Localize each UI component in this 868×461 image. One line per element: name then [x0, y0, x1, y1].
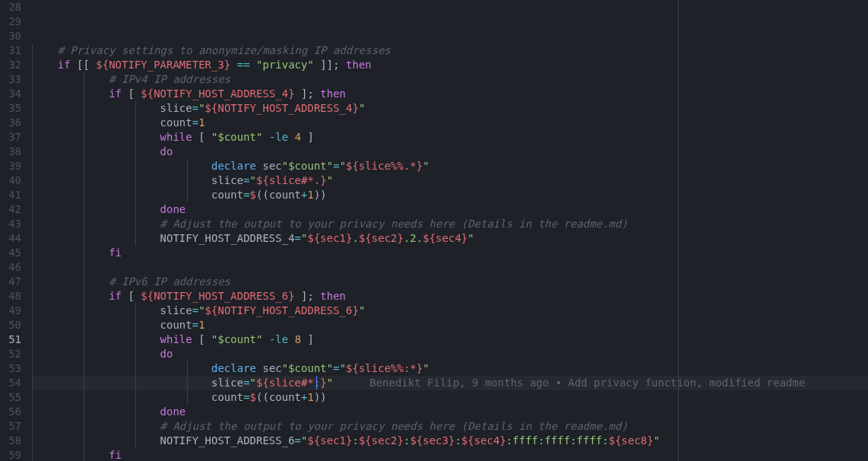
indent-guide [135, 434, 136, 448]
code-line[interactable]: done [32, 202, 868, 217]
indent-guide [135, 202, 136, 217]
code-line[interactable]: # Privacy settings to anonymize/masking … [32, 43, 868, 58]
code-text: slice="${slice#*.}" [32, 174, 333, 186]
code-line[interactable]: do [32, 347, 868, 361]
code-line[interactable]: slice="${slice#*:}"Benedikt Filip, 9 mon… [32, 376, 868, 390]
code-line[interactable]: # Adjust the output to your privacy need… [32, 419, 868, 434]
code-text: slice="${NOTIFY_HOST_ADDRESS_4}" [32, 102, 365, 114]
code-text: do [32, 145, 173, 157]
code-line[interactable]: done [32, 405, 868, 419]
indent-guide [187, 376, 188, 390]
indent-guide [32, 304, 33, 318]
indent-guide [187, 390, 188, 405]
line-number-gutter: 2829303132333435363738394041424344454647… [0, 0, 32, 461]
line-number: 47 [0, 275, 21, 289]
indent-guide [84, 231, 84, 246]
line-number: 33 [0, 72, 21, 87]
line-number: 35 [0, 101, 21, 116]
indent-guide [187, 361, 188, 376]
line-number: 43 [0, 217, 21, 231]
indent-guide [135, 130, 136, 145]
code-line[interactable]: NOTIFY_HOST_ADDRESS_6="${sec1}:${sec2}:$… [32, 434, 868, 448]
code-content[interactable]: # Privacy settings to anonymize/masking … [32, 0, 868, 461]
indent-guide [84, 376, 84, 390]
line-number: 46 [0, 260, 21, 275]
indent-guide [135, 304, 136, 318]
code-text: fi [32, 246, 122, 259]
code-line[interactable]: if [[ ${NOTIFY_PARAMETER_3} == "privacy"… [32, 58, 868, 72]
code-line[interactable]: declare sec"$count"="${slice%%:*}" [32, 361, 868, 376]
code-editor[interactable]: 2829303132333435363738394041424344454647… [0, 0, 868, 461]
code-text: # Privacy settings to anonymize/masking … [32, 44, 391, 56]
indent-guide [32, 159, 33, 173]
git-blame-annotation: Benedikt Filip, 9 months ago • Add priva… [333, 377, 805, 389]
code-line[interactable]: declare sec"$count"="${slice%%.*}" [32, 159, 868, 173]
indent-guide [84, 318, 84, 332]
line-number: 41 [0, 188, 21, 202]
indent-guide [135, 332, 136, 347]
line-number: 29 [0, 14, 21, 29]
line-number: 28 [0, 0, 21, 14]
indent-guide [32, 405, 33, 419]
line-number: 40 [0, 173, 21, 188]
indent-guide [187, 173, 188, 188]
indent-guide [32, 419, 33, 434]
code-line[interactable]: slice="${NOTIFY_HOST_ADDRESS_6}" [32, 304, 868, 318]
code-line[interactable]: # IPv6 IP addresses [32, 275, 868, 289]
code-line[interactable]: count=$((count+1)) [32, 188, 868, 202]
indent-guide [84, 405, 84, 419]
line-number: 34 [0, 87, 21, 101]
code-line[interactable]: if [ ${NOTIFY_HOST_ADDRESS_6} ]; then [32, 289, 868, 304]
indent-guide [84, 145, 84, 159]
code-line[interactable]: count=1 [32, 116, 868, 130]
code-line[interactable]: NOTIFY_HOST_ADDRESS_4="${sec1}.${sec2}.2… [32, 231, 868, 246]
code-text: if [[ ${NOTIFY_PARAMETER_3} == "privacy"… [32, 59, 372, 71]
code-text: # Adjust the output to your privacy need… [32, 218, 628, 230]
indent-guide [84, 434, 84, 448]
indent-guide [135, 116, 136, 130]
indent-guide [135, 419, 136, 434]
indent-guide [84, 202, 84, 217]
code-text: slice="${NOTIFY_HOST_ADDRESS_6}" [32, 304, 365, 316]
code-line[interactable]: # IPv4 IP addresses [32, 72, 868, 87]
line-number: 44 [0, 231, 21, 246]
code-text: # Adjust the output to your privacy need… [32, 420, 628, 432]
indent-guide [32, 145, 33, 159]
indent-guide [84, 275, 84, 289]
code-line[interactable]: if [ ${NOTIFY_HOST_ADDRESS_4} ]; then [32, 87, 868, 101]
indent-guide [32, 101, 33, 116]
code-line[interactable]: slice="${NOTIFY_HOST_ADDRESS_4}" [32, 101, 868, 116]
line-number: 32 [0, 58, 21, 72]
code-line[interactable]: slice="${slice#*.}" [32, 173, 868, 188]
indent-guide [84, 332, 84, 347]
indent-guide [84, 159, 84, 173]
code-text: slice="${slice#*:}" [32, 377, 333, 389]
indent-guide [32, 448, 33, 461]
code-line[interactable]: do [32, 145, 868, 159]
indent-guide [135, 173, 136, 188]
code-line[interactable]: count=1 [32, 318, 868, 332]
code-text: done [32, 203, 185, 215]
indent-guide [135, 188, 136, 202]
code-line[interactable]: # Adjust the output to your privacy need… [32, 217, 868, 231]
code-line[interactable]: fi [32, 246, 868, 260]
indent-guide [84, 289, 84, 304]
code-line[interactable]: while [ "$count" -le 8 ] [32, 332, 868, 347]
indent-guide [135, 361, 136, 376]
code-text: declare sec"$count"="${slice%%:*}" [32, 362, 429, 374]
code-line[interactable]: count=$((count+1)) [32, 390, 868, 405]
line-number: 31 [0, 43, 21, 58]
code-line[interactable]: while [ "$count" -le 4 ] [32, 130, 868, 145]
indent-guide [84, 361, 84, 376]
line-number: 36 [0, 116, 21, 130]
code-line[interactable] [32, 260, 868, 275]
indent-guide [84, 173, 84, 188]
indent-guide [135, 231, 136, 246]
code-line[interactable]: fi [32, 448, 868, 461]
indent-guide [32, 43, 33, 58]
indent-guide [187, 188, 188, 202]
line-number: 49 [0, 304, 21, 318]
indent-guide [135, 318, 136, 332]
line-number: 56 [0, 405, 21, 419]
line-number: 55 [0, 390, 21, 405]
